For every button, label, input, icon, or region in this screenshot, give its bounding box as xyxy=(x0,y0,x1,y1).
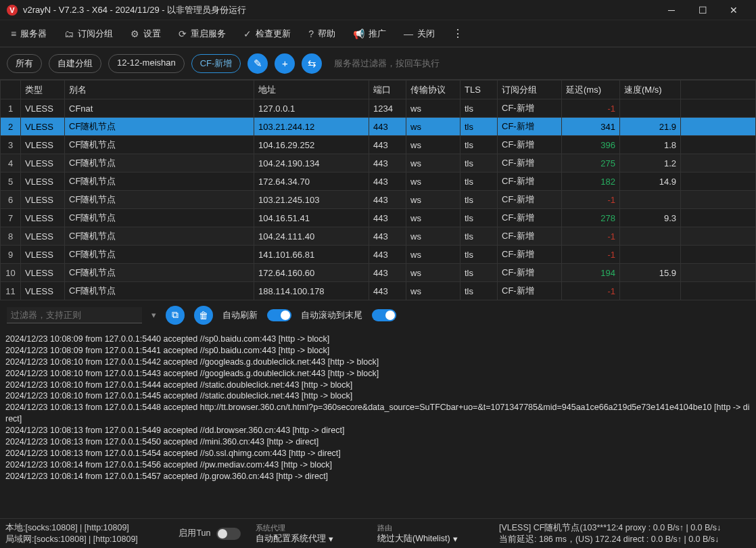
add-button[interactable]: + xyxy=(275,53,295,74)
cell: ws xyxy=(406,227,460,246)
help-menu[interactable]: ?帮助 xyxy=(302,24,342,44)
app-logo: V xyxy=(7,5,18,16)
auto-scroll-toggle[interactable] xyxy=(372,309,396,321)
promote-menu[interactable]: 📢推广 xyxy=(346,24,393,44)
server-filter-input[interactable] xyxy=(329,54,749,72)
table-row[interactable]: 2VLESSCF随机节点103.21.244.12443wstlsCF-新增34… xyxy=(1,118,756,136)
cell: CF随机节点 xyxy=(65,118,254,136)
cell: tls xyxy=(460,154,498,173)
tab-meishan[interactable]: 12-12-meishan xyxy=(108,54,185,73)
cell: 172.64.34.70 xyxy=(254,173,369,191)
table-row[interactable]: 4VLESSCF随机节点104.24.190.134443wstlsCF-新增2… xyxy=(1,154,756,173)
route-select[interactable]: 绕过大陆(Whitelist)▾ xyxy=(377,533,488,545)
cell: CF-新增 xyxy=(498,118,562,136)
table-row[interactable]: 6VLESSCF随机节点103.21.245.103443wstlsCF-新增-… xyxy=(1,191,756,209)
cell: -1 xyxy=(562,227,620,246)
cell: 443 xyxy=(369,282,406,300)
edit-button[interactable]: ✎ xyxy=(247,53,268,74)
cell: VLESS xyxy=(21,246,65,264)
cell: -1 xyxy=(562,191,620,209)
settings-menu-label: 设置 xyxy=(143,28,161,40)
cell: ws xyxy=(406,136,460,154)
column-header[interactable]: 类型 xyxy=(21,81,65,99)
log-filter-input[interactable] xyxy=(7,307,142,323)
status-bar: 本地:[socks:10808] | [http:10809] 局域网:[soc… xyxy=(0,518,756,548)
servers-menu[interactable]: ≡服务器 xyxy=(4,24,53,44)
tab-all[interactable]: 所有 xyxy=(7,54,42,73)
cell: CF随机节点 xyxy=(65,191,254,209)
table-row[interactable]: 8VLESSCF随机节点104.24.111.40443wstlsCF-新增-1 xyxy=(1,227,756,246)
cell: CF-新增 xyxy=(498,209,562,227)
cell: tls xyxy=(460,191,498,209)
cell: 443 xyxy=(369,246,406,264)
restart-service-button[interactable]: ⟳重启服务 xyxy=(172,24,233,44)
cell: VLESS xyxy=(21,99,65,118)
table-row[interactable]: 10VLESSCF随机节点172.64.160.60443wstlsCF-新增1… xyxy=(1,264,756,282)
cell: tls xyxy=(460,118,498,136)
cell: VLESS xyxy=(21,191,65,209)
restart-service-button-label: 重启服务 xyxy=(191,28,226,40)
table-row[interactable]: 3VLESSCF随机节点104.16.29.252443wstlsCF-新增39… xyxy=(1,136,756,154)
tun-toggle[interactable] xyxy=(216,528,241,540)
help-menu-icon: ? xyxy=(308,28,314,39)
column-header[interactable]: 订阅分组 xyxy=(498,81,562,99)
cell: ws xyxy=(406,264,460,282)
sysproxy-select[interactable]: 自动配置系统代理▾ xyxy=(256,533,367,545)
cell: 443 xyxy=(369,173,406,191)
column-header[interactable]: 地址 xyxy=(254,81,369,99)
auto-refresh-toggle[interactable] xyxy=(267,309,291,321)
cell: 443 xyxy=(369,209,406,227)
servers-menu-icon: ≡ xyxy=(11,28,16,39)
table-row[interactable]: 11VLESSCF随机节点188.114.100.178443wstlsCF-新… xyxy=(1,282,756,300)
cell: 1234 xyxy=(369,99,406,118)
cell: CF-新增 xyxy=(498,136,562,154)
column-header[interactable]: 端口 xyxy=(369,81,406,99)
cell: CF-新增 xyxy=(498,282,562,300)
check-update-button[interactable]: ✓检查更新 xyxy=(237,24,298,44)
tab-self-built[interactable]: 自建分组 xyxy=(49,54,101,73)
table-row[interactable]: 1VLESSCFnat127.0.0.11234wstlsCF-新增-1 xyxy=(1,99,756,118)
cell: 103.21.245.103 xyxy=(254,191,369,209)
cell: CF-新增 xyxy=(498,173,562,191)
column-header[interactable]: 速度(M/s) xyxy=(620,81,681,99)
subscription-group-menu[interactable]: 🗂订阅分组 xyxy=(57,24,120,44)
column-header[interactable] xyxy=(1,81,21,99)
cell: ws xyxy=(406,246,460,264)
close-menu[interactable]: —关闭 xyxy=(397,24,442,44)
cell: 194 xyxy=(562,264,620,282)
table-row[interactable]: 9VLESSCF随机节点141.101.66.81443wstlsCF-新增-1 xyxy=(1,246,756,264)
cell: 11 xyxy=(1,282,21,300)
table-row[interactable]: 5VLESSCF随机节点172.64.34.70443wstlsCF-新增182… xyxy=(1,173,756,191)
column-header[interactable]: 别名 xyxy=(65,81,254,99)
auto-scroll-label: 自动滚动到末尾 xyxy=(301,309,362,321)
cell: CF-新增 xyxy=(498,191,562,209)
copy-button[interactable]: ⧉ xyxy=(166,306,185,325)
clear-button[interactable]: 🗑 xyxy=(194,306,213,325)
column-header[interactable]: 延迟(ms) xyxy=(562,81,620,99)
cell: VLESS xyxy=(21,118,65,136)
cell: ws xyxy=(406,191,460,209)
check-update-button-label: 检查更新 xyxy=(256,28,291,40)
subscription-group-menu-icon: 🗂 xyxy=(64,28,74,39)
cell: 6 xyxy=(1,191,21,209)
cell: ws xyxy=(406,99,460,118)
cell: 103.21.244.12 xyxy=(254,118,369,136)
close-window-button[interactable]: ✕ xyxy=(718,5,749,16)
sort-button[interactable]: ⇆ xyxy=(302,53,322,74)
log-output[interactable]: 2024/12/23 10:08:09 from 127.0.0.1:5440 … xyxy=(0,329,756,518)
cell: 5 xyxy=(1,173,21,191)
auto-refresh-label: 自动刷新 xyxy=(222,309,258,321)
column-header[interactable]: 传输协议 xyxy=(406,81,460,99)
cell: tls xyxy=(460,209,498,227)
dropdown-icon[interactable]: ▾ xyxy=(151,310,156,320)
cell: ws xyxy=(406,282,460,300)
cell: 443 xyxy=(369,227,406,246)
overflow-menu-button[interactable]: ⋮ xyxy=(446,27,470,40)
tab-cf-new[interactable]: CF-新增 xyxy=(191,54,241,73)
minimize-button[interactable]: ─ xyxy=(656,5,687,16)
settings-menu[interactable]: ⚙设置 xyxy=(124,24,168,44)
maximize-button[interactable]: ☐ xyxy=(687,5,718,16)
column-header[interactable]: TLS xyxy=(460,81,498,99)
cell: CF随机节点 xyxy=(65,209,254,227)
table-row[interactable]: 7VLESSCF随机节点104.16.51.41443wstlsCF-新增278… xyxy=(1,209,756,227)
